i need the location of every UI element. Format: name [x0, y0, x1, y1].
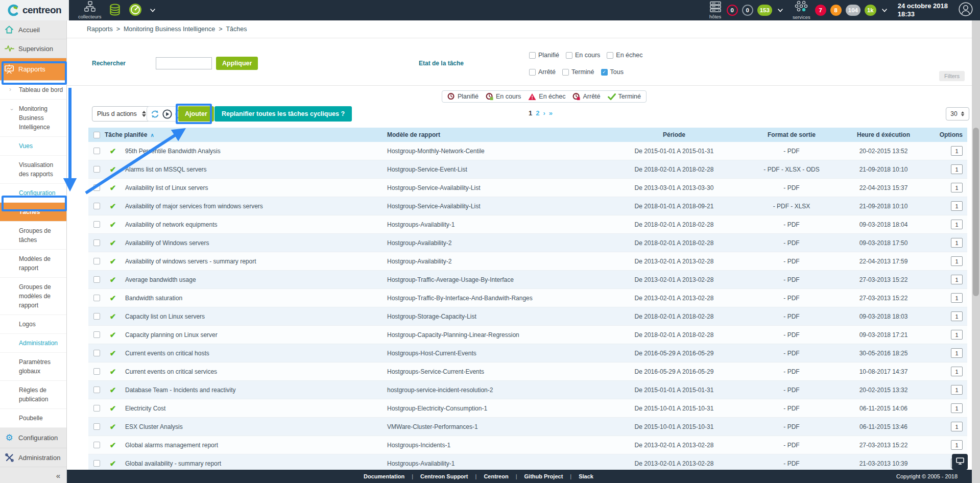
sidebar-item-logos[interactable]: Logos — [0, 315, 66, 334]
checkbox-icon[interactable] — [93, 405, 100, 412]
hosts-menu[interactable]: hôtes — [709, 1, 722, 19]
filter-checkbox-en-echec[interactable]: En échec — [607, 52, 642, 59]
database-status[interactable] — [108, 3, 122, 18]
options-input[interactable] — [951, 330, 963, 340]
options-input[interactable] — [951, 238, 963, 248]
chevron-down-icon[interactable] — [882, 9, 887, 12]
filter-checkbox-arrete[interactable]: Arrêté — [529, 68, 556, 76]
footer-link-centreon[interactable]: Centreon — [484, 473, 508, 479]
play-icon[interactable] — [162, 109, 172, 119]
service-counter[interactable]: 104 — [846, 5, 861, 16]
checkbox-icon[interactable] — [93, 295, 100, 301]
options-input[interactable] — [951, 422, 963, 431]
filter-checkbox-planifie[interactable]: Planifié — [529, 52, 559, 59]
page-size-select[interactable]: 30 — [946, 107, 969, 120]
add-button[interactable]: Ajouter — [178, 106, 214, 122]
replan-cyclic-tasks-button[interactable]: Replanifier toutes les tâches cycliques … — [214, 106, 352, 122]
sidebar-item-groupes-de-taches[interactable]: Groupes de tâches — [0, 222, 66, 250]
breadcrumb-item[interactable]: Monitoring Business Intelligence — [124, 26, 215, 33]
sidebar-item-rapports[interactable]: Rapports — [0, 58, 66, 81]
filter-checkbox-en-cours[interactable]: En cours — [566, 52, 600, 59]
footer-link-centreon-support[interactable]: Centreon Support — [420, 473, 468, 479]
filters-button[interactable]: Filters — [939, 71, 965, 81]
filter-checkbox-tous[interactable]: ✓Tous — [601, 68, 624, 76]
sidebar-item-groupes-de-modeles-de-rapport[interactable]: Groupes de modèles de rapport — [0, 278, 66, 315]
header-period[interactable]: Période — [603, 131, 746, 138]
checkbox-icon[interactable] — [93, 423, 100, 430]
checkbox-icon[interactable] — [93, 313, 100, 320]
checkbox-icon[interactable] — [93, 368, 100, 375]
options-input[interactable] — [951, 440, 963, 450]
breadcrumb-item[interactable]: Rapports — [87, 26, 113, 33]
options-input[interactable] — [951, 367, 963, 376]
sidebar-item-monitoring-business-intelligence[interactable]: ⌄Monitoring Business Intelligence — [0, 100, 66, 137]
checkbox-icon[interactable] — [93, 258, 100, 264]
checkbox-icon[interactable] — [93, 442, 100, 448]
sidebar-item-visualisation-des-rapports[interactable]: Visualisation des rapports — [0, 156, 66, 184]
service-counter[interactable]: 8 — [830, 5, 842, 16]
sidebar-item-modeles-de-rapport[interactable]: Modèles de rapport — [0, 250, 66, 278]
options-input[interactable] — [951, 385, 963, 395]
centreon-logo[interactable]: centreon — [0, 0, 69, 20]
options-input[interactable] — [951, 293, 963, 303]
footer-link-github-project[interactable]: Github Project — [524, 473, 563, 479]
options-input[interactable] — [951, 256, 963, 266]
options-input[interactable] — [951, 183, 963, 192]
sidebar-item-administration[interactable]: Administration — [0, 448, 66, 467]
scrollbar-thumb[interactable] — [973, 128, 979, 296]
sidebar-item-supervision[interactable]: Supervision — [0, 39, 66, 58]
checkbox-icon[interactable] — [93, 331, 100, 338]
service-counter[interactable]: 1k — [865, 5, 876, 16]
options-input[interactable] — [951, 220, 963, 229]
sidebar-item-parametres-globaux[interactable]: Paramètres globaux — [0, 353, 66, 381]
header-model[interactable]: Modèle de rapport — [383, 131, 603, 138]
select-all-checkbox[interactable] — [93, 132, 100, 138]
checkbox-icon[interactable] — [93, 203, 100, 209]
latency-status[interactable] — [129, 3, 142, 18]
search-input[interactable] — [156, 57, 212, 69]
refresh-icon[interactable] — [151, 110, 159, 118]
fullscreen-button[interactable] — [952, 454, 968, 470]
apply-button[interactable]: Appliquer — [216, 57, 258, 70]
sidebar-item-taches[interactable]: Tâches — [0, 203, 66, 222]
options-input[interactable] — [951, 275, 963, 284]
checkbox-icon[interactable] — [93, 350, 100, 356]
sidebar-item-administration[interactable]: Administration — [0, 334, 66, 353]
sidebar-item-tableau-de-bord[interactable]: ›Tableau de bord — [0, 81, 66, 100]
options-input[interactable] — [951, 348, 963, 358]
sidebar-item-accueil[interactable]: Accueil — [0, 20, 66, 39]
header-task[interactable]: Tâche planifée — [105, 131, 147, 138]
header-exec-time[interactable]: Heure d éxécution — [838, 131, 929, 138]
options-input[interactable] — [951, 201, 963, 211]
checkbox-icon[interactable] — [93, 221, 100, 228]
more-actions-select[interactable]: Plus d actions — [92, 106, 151, 122]
footer-link-slack[interactable]: Slack — [579, 473, 593, 479]
checkbox-icon[interactable] — [93, 239, 100, 246]
services-menu[interactable]: services — [793, 1, 810, 20]
checkbox-icon[interactable] — [93, 166, 100, 173]
filter-checkbox-termine[interactable]: Terminé — [562, 68, 594, 76]
options-input[interactable] — [951, 403, 963, 413]
sidebar-item-poubelle[interactable]: Poubelle — [0, 409, 66, 428]
chevron-down-icon[interactable] — [150, 9, 155, 12]
page-next[interactable]: › — [543, 109, 545, 117]
checkbox-icon[interactable] — [93, 184, 100, 191]
pollers-menu[interactable]: collecteurs — [78, 1, 101, 19]
footer-link-documentation[interactable]: Documentation — [364, 473, 404, 479]
checkbox-icon[interactable] — [93, 460, 100, 467]
host-counter[interactable]: 0 — [727, 5, 738, 16]
checkbox-icon[interactable] — [93, 276, 100, 283]
page-last[interactable]: » — [549, 109, 553, 117]
checkbox-icon[interactable] — [93, 387, 100, 393]
chevron-down-icon[interactable] — [778, 9, 783, 12]
page-2[interactable]: 2 — [536, 109, 539, 117]
sidebar-item-configuration[interactable]: ⚙Configuration — [0, 428, 66, 448]
header-format[interactable]: Format de sortie — [746, 131, 838, 138]
host-counter[interactable]: 153 — [757, 5, 772, 16]
options-input[interactable] — [951, 146, 963, 156]
page-current[interactable]: 1 — [529, 109, 532, 117]
checkbox-icon[interactable] — [93, 148, 100, 154]
collapse-sidebar-button[interactable]: « — [56, 471, 60, 480]
sidebar-item-vues[interactable]: Vues — [0, 137, 66, 156]
sidebar-item-regles-de-publication[interactable]: Règles de publication — [0, 381, 66, 409]
